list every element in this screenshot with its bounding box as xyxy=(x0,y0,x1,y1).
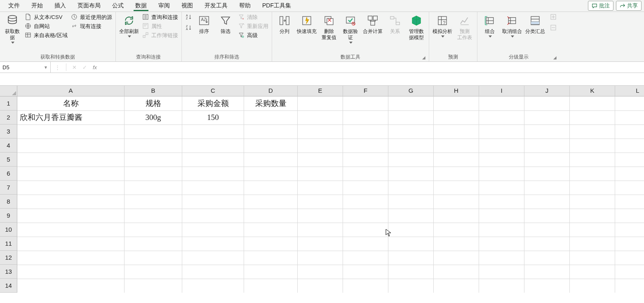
cell[interactable] xyxy=(570,195,615,209)
subtotal-button[interactable]: 分类汇总 xyxy=(525,14,545,35)
recent-sources-button[interactable]: 最近使用的源 xyxy=(71,14,112,20)
cell[interactable] xyxy=(17,139,125,153)
menu-tab-1[interactable]: 开始 xyxy=(26,0,49,11)
cell[interactable] xyxy=(17,195,125,209)
remove-duplicates-button[interactable]: 删除 重复值 xyxy=(320,14,338,41)
cell[interactable] xyxy=(434,237,479,251)
column-header[interactable]: H xyxy=(434,86,479,96)
cell[interactable] xyxy=(524,209,570,223)
ungroup-button[interactable]: 取消组合 xyxy=(502,14,522,38)
cell[interactable] xyxy=(615,181,644,195)
cell[interactable] xyxy=(479,124,524,139)
row-header[interactable]: 8 xyxy=(0,195,17,209)
cell[interactable] xyxy=(388,279,434,293)
cell[interactable] xyxy=(388,251,434,265)
cell[interactable] xyxy=(17,181,125,195)
cell[interactable] xyxy=(479,139,524,153)
row-header[interactable]: 13 xyxy=(0,265,17,279)
cell[interactable] xyxy=(298,96,343,111)
cell[interactable] xyxy=(182,153,244,167)
cell[interactable] xyxy=(570,265,615,279)
cell[interactable] xyxy=(17,153,125,167)
cell[interactable] xyxy=(615,167,644,181)
cell[interactable] xyxy=(434,110,479,125)
existing-connections-button[interactable]: 现有连接 xyxy=(71,23,112,29)
cell[interactable] xyxy=(343,237,388,251)
cell[interactable] xyxy=(182,124,244,139)
cell[interactable] xyxy=(479,153,524,167)
cell[interactable] xyxy=(343,195,388,209)
cell[interactable] xyxy=(570,251,615,265)
cell[interactable] xyxy=(570,237,615,251)
get-data-button[interactable]: 获取数 据 xyxy=(3,14,21,44)
column-header[interactable]: K xyxy=(570,86,615,96)
column-header[interactable]: J xyxy=(524,86,570,96)
cell[interactable] xyxy=(343,181,388,195)
cell[interactable] xyxy=(524,279,570,293)
cell[interactable] xyxy=(182,209,244,223)
column-header[interactable]: G xyxy=(388,86,434,96)
cell[interactable] xyxy=(343,139,388,153)
cell[interactable] xyxy=(479,223,524,237)
cell[interactable] xyxy=(524,237,570,251)
menu-tab-4[interactable]: 公式 xyxy=(106,0,129,11)
cell[interactable] xyxy=(615,110,644,125)
cell[interactable] xyxy=(125,223,182,237)
cell[interactable] xyxy=(524,181,570,195)
cell[interactable] xyxy=(343,153,388,167)
cell[interactable] xyxy=(343,110,388,125)
cell[interactable] xyxy=(17,223,125,237)
cell[interactable] xyxy=(615,265,644,279)
cell[interactable] xyxy=(524,124,570,139)
cell[interactable] xyxy=(479,96,524,111)
sort-asc-button[interactable]: AZ xyxy=(185,14,192,20)
cell[interactable] xyxy=(244,223,298,237)
cell[interactable] xyxy=(125,181,182,195)
chevron-down-icon[interactable]: ▼ xyxy=(44,65,48,70)
name-box[interactable]: D5 ▼ xyxy=(0,62,51,73)
cell[interactable] xyxy=(182,195,244,209)
cell[interactable] xyxy=(244,209,298,223)
cell[interactable] xyxy=(570,167,615,181)
cell[interactable] xyxy=(388,209,434,223)
cell[interactable] xyxy=(182,139,244,153)
cell[interactable] xyxy=(388,124,434,139)
cell[interactable] xyxy=(298,265,343,279)
cell[interactable] xyxy=(479,110,524,125)
cell[interactable] xyxy=(244,167,298,181)
cell[interactable] xyxy=(479,209,524,223)
cell[interactable] xyxy=(434,265,479,279)
cell[interactable] xyxy=(125,167,182,181)
filter-button[interactable]: 筛选 xyxy=(216,14,235,35)
cell[interactable] xyxy=(298,279,343,293)
cell[interactable] xyxy=(479,237,524,251)
cell[interactable] xyxy=(244,195,298,209)
cell[interactable] xyxy=(615,124,644,139)
cell[interactable] xyxy=(298,251,343,265)
cell[interactable] xyxy=(434,279,479,293)
cell[interactable] xyxy=(434,167,479,181)
dialog-launcher-icon[interactable]: ◢ xyxy=(553,55,557,60)
cell[interactable] xyxy=(244,153,298,167)
cell[interactable] xyxy=(244,139,298,153)
menu-tab-0[interactable]: 文件 xyxy=(2,0,26,11)
cell[interactable] xyxy=(570,124,615,139)
cell[interactable] xyxy=(182,279,244,293)
cell[interactable] xyxy=(615,139,644,153)
cell[interactable] xyxy=(125,139,182,153)
cell[interactable] xyxy=(388,153,434,167)
row-header[interactable]: 3 xyxy=(0,124,17,139)
cell[interactable] xyxy=(244,124,298,139)
cell[interactable] xyxy=(479,279,524,293)
cell[interactable] xyxy=(298,181,343,195)
cell[interactable] xyxy=(182,251,244,265)
share-button[interactable]: 共享 xyxy=(616,1,642,11)
cell[interactable] xyxy=(524,265,570,279)
cell[interactable] xyxy=(434,223,479,237)
row-header[interactable]: 9 xyxy=(0,209,17,223)
cell[interactable] xyxy=(615,237,644,251)
cell[interactable] xyxy=(298,223,343,237)
cell[interactable]: 采购金额 xyxy=(182,96,244,111)
cell[interactable]: 采购数量 xyxy=(244,96,298,111)
cell[interactable] xyxy=(298,209,343,223)
